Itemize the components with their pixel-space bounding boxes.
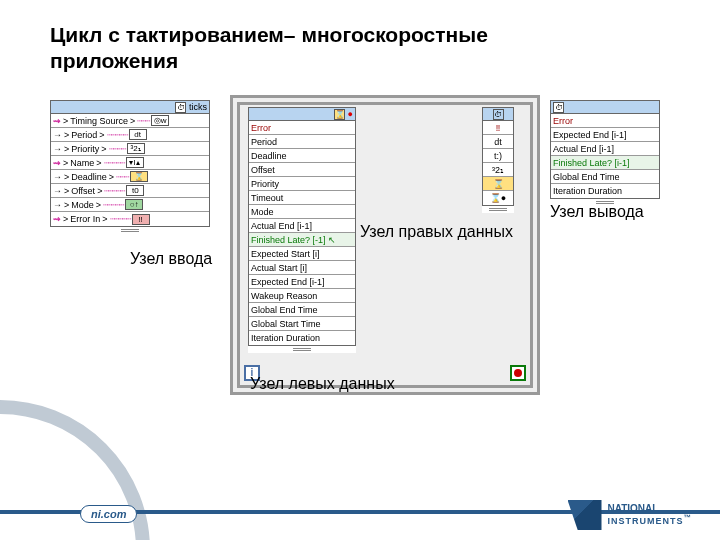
input-row: ⇝ >Error In > ┄┄┄┄┄‼ — [51, 212, 209, 226]
list-item[interactable]: Iteration Duration — [551, 184, 659, 198]
list-item[interactable]: Error — [551, 114, 659, 128]
list-item[interactable]: Iteration Duration — [249, 331, 355, 345]
list-item[interactable]: Error — [249, 121, 355, 135]
list-item[interactable]: Expected End [i-1] — [551, 128, 659, 142]
list-item[interactable]: Global Start Time — [249, 317, 355, 331]
terminal[interactable]: ⌛● — [483, 191, 513, 205]
input-node-header: ⏱ ticks — [50, 100, 210, 114]
input-node-body: ⇝ > Timing Source > ┄┄┄◎w → > Period > ┄… — [50, 114, 210, 227]
diagram-area: ⏱ ticks ⇝ > Timing Source > ┄┄┄◎w → > Pe… — [50, 95, 670, 435]
list-item[interactable]: Expected End [i-1] — [249, 275, 355, 289]
title-line-1: Цикл с тактированием– многоскоростные — [50, 23, 488, 46]
terminal[interactable]: t:) — [483, 149, 513, 163]
cursor-icon: ↖ — [328, 235, 336, 245]
ticks-label: ticks — [189, 102, 207, 112]
label-output-node: Узел вывода — [550, 203, 644, 221]
list-item[interactable]: Expected Start [i] — [249, 247, 355, 261]
terminal[interactable]: ³2₁ — [483, 163, 513, 177]
slide-title: Цикл с тактированием– многоскоростные пр… — [50, 22, 488, 75]
input-row: → > Offset > ┄┄┄┄┄t0 — [51, 184, 209, 198]
clock-icon: ⏱ — [175, 102, 186, 113]
output-node-panel: ⏱ Error Expected End [i-1] Actual End [i… — [550, 100, 660, 206]
left-data-panel: ⌛ ● Error Period Deadline Offset Priorit… — [248, 107, 356, 353]
list-item[interactable]: Actual Start [i] — [249, 261, 355, 275]
right-data-panel: ⏱ ‼ dt t:) ³2₁ ⌛ ⌛● — [482, 107, 514, 213]
input-row: → > Priority > ┄┄┄┄³2₁ — [51, 142, 209, 156]
list-item[interactable]: Mode — [249, 205, 355, 219]
input-row: ⇝ > Timing Source > ┄┄┄◎w — [51, 114, 209, 128]
hourglass-icon: ⏱ — [493, 109, 504, 120]
list-item[interactable]: Finished Late? [i-1] — [551, 156, 659, 170]
list-item[interactable]: Priority — [249, 177, 355, 191]
slide: Цикл с тактированием– многоскоростные пр… — [0, 0, 720, 540]
list-item[interactable]: Deadline — [249, 149, 355, 163]
list-item[interactable]: Offset — [249, 163, 355, 177]
list-item[interactable]: Global End Time — [249, 303, 355, 317]
terminal[interactable]: dt — [483, 135, 513, 149]
ni-eagle-icon — [568, 500, 602, 530]
drag-handle-icon[interactable] — [489, 208, 507, 211]
label-input-node: Узел ввода — [130, 250, 212, 268]
left-data-body: Error Period Deadline Offset Priority Ti… — [248, 121, 356, 346]
input-row: → > Mode > ┄┄┄┄┄○↑ — [51, 198, 209, 212]
list-item[interactable]: Actual End [i-1] — [249, 219, 355, 233]
list-item[interactable]: Period — [249, 135, 355, 149]
loop-stop-icon[interactable] — [510, 365, 526, 381]
left-data-header: ⌛ ● — [248, 107, 356, 121]
output-node-body: Error Expected End [i-1] Actual End [i-1… — [550, 114, 660, 199]
nicom-badge: ni.com — [80, 505, 137, 523]
output-node-header: ⏱ — [550, 100, 660, 114]
ni-logo: NATIONAL INSTRUMENTS™ — [568, 500, 693, 530]
ni-logo-text: NATIONAL INSTRUMENTS™ — [608, 504, 693, 526]
input-node-panel: ⏱ ticks ⇝ > Timing Source > ┄┄┄◎w → > Pe… — [50, 100, 210, 234]
title-line-2: приложения — [50, 49, 178, 72]
list-item[interactable]: Timeout — [249, 191, 355, 205]
input-row: → > Deadline > ┄┄┄⌛ — [51, 170, 209, 184]
list-item[interactable]: Global End Time — [551, 170, 659, 184]
input-row: → > Period > ┄┄┄┄┄dt — [51, 128, 209, 142]
drag-handle-icon[interactable] — [293, 348, 311, 351]
terminal[interactable]: ‼ — [483, 121, 513, 135]
right-data-body: ‼ dt t:) ³2₁ ⌛ ⌛● — [482, 121, 514, 206]
label-left-data: Узел левых данных — [250, 375, 395, 393]
list-item[interactable]: Finished Late? [-1] ↖ — [249, 233, 355, 247]
list-item[interactable]: Wakeup Reason — [249, 289, 355, 303]
right-data-header: ⏱ — [482, 107, 514, 121]
drag-handle-icon[interactable] — [121, 229, 139, 232]
input-row: ⇝ > Name > ┄┄┄┄┄▾I▴ — [51, 156, 209, 170]
label-right-data: Узел правых данных — [360, 223, 513, 241]
list-item[interactable]: Actual End [i-1] — [551, 142, 659, 156]
clock-icon: ⏱ — [553, 102, 564, 113]
terminal[interactable]: ⌛ — [483, 177, 513, 191]
hourglass-icon: ⌛ — [334, 109, 345, 120]
